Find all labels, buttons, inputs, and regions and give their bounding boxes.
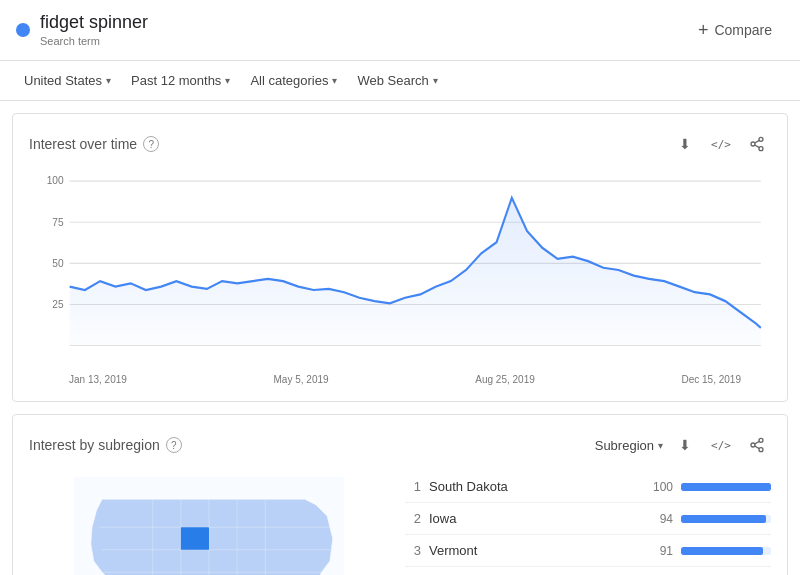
subregion-actions: Subregion ▾ ⬇ </> [595,431,771,459]
rank-bar-container-1 [681,483,771,491]
search-term-type: Search term [40,35,100,47]
rank-number-2: 2 [405,511,421,526]
category-filter[interactable]: All categories ▾ [242,69,345,92]
rank-name-3: Vermont [429,543,637,558]
search-term-title: fidget spinner [40,12,148,33]
x-label-3: Aug 25, 2019 [475,374,535,385]
rank-item: 3 Vermont 91 [405,535,771,567]
share-icon-subregion[interactable] [743,431,771,459]
help-icon-time[interactable]: ? [143,136,159,152]
rank-number-3: 3 [405,543,421,558]
rank-bar-3 [681,547,763,555]
searchtype-label: Web Search [357,73,428,88]
search-dot-icon [16,23,30,37]
subregion-dropdown-label: Subregion [595,438,654,453]
subregion-section: Interest by subregion ? Subregion ▾ ⬇ </… [12,414,788,575]
rank-list: 1 South Dakota 100 2 Iowa 94 3 Vermont 9… [405,471,771,575]
svg-line-4 [755,140,760,143]
compare-button[interactable]: + Compare [686,14,784,47]
download-icon-subregion[interactable]: ⬇ [671,431,699,459]
category-chevron-icon: ▾ [332,75,337,86]
time-chevron-icon: ▾ [225,75,230,86]
interest-chart: 100 75 50 25 [29,170,771,370]
time-label: Past 12 months [131,73,221,88]
rank-item: 1 South Dakota 100 [405,471,771,503]
share-icon-time[interactable] [743,130,771,158]
svg-point-14 [759,438,763,442]
subregion-header: Interest by subregion ? Subregion ▾ ⬇ </… [29,431,771,459]
rank-name-2: Iowa [429,511,637,526]
svg-point-15 [751,443,755,447]
x-label-4: Dec 15, 2019 [681,374,741,385]
embed-icon-subregion[interactable]: </> [707,431,735,459]
chart-area [70,198,761,346]
svg-point-0 [759,137,763,141]
svg-text:100: 100 [47,174,64,187]
svg-text:75: 75 [52,215,63,228]
category-label: All categories [250,73,328,88]
svg-line-17 [755,446,760,449]
filter-bar: United States ▾ Past 12 months ▾ All cat… [0,61,800,101]
svg-point-1 [751,142,755,146]
interest-over-time-section: Interest over time ? ⬇ </> 100 75 [12,113,788,402]
searchtype-filter[interactable]: Web Search ▾ [349,69,445,92]
search-term-block: fidget spinner Search term [16,12,148,48]
section-title-time: Interest over time ? [29,136,159,152]
svg-point-16 [759,448,763,452]
chart-svg: 100 75 50 25 [29,170,771,370]
svg-point-2 [759,147,763,151]
section-header-time: Interest over time ? ⬇ </> [29,130,771,158]
search-term-text: fidget spinner Search term [40,12,148,48]
help-icon-subregion[interactable]: ? [166,437,182,453]
svg-line-3 [755,145,760,148]
rank-bar-container-2 [681,515,771,523]
rank-value-2: 94 [645,512,673,526]
rank-bar-2 [681,515,766,523]
rank-bar-1 [681,483,771,491]
x-label-2: May 5, 2019 [274,374,329,385]
app-header: fidget spinner Search term + Compare [0,0,800,61]
embed-icon-time[interactable]: </> [707,130,735,158]
compare-plus-icon: + [698,20,709,41]
subregion-chevron-icon: ▾ [658,440,663,451]
download-icon-time[interactable]: ⬇ [671,130,699,158]
rank-value-3: 91 [645,544,673,558]
map-svg [39,471,379,575]
svg-text:50: 50 [52,256,63,269]
subregion-body: 1 South Dakota 100 2 Iowa 94 3 Vermont 9… [29,471,771,575]
time-filter[interactable]: Past 12 months ▾ [123,69,238,92]
compare-label: Compare [714,22,772,38]
svg-text:25: 25 [52,297,63,310]
region-chevron-icon: ▾ [106,75,111,86]
subregion-dropdown[interactable]: Subregion ▾ [595,438,663,453]
svg-line-18 [755,441,760,444]
us-map [29,471,389,575]
section-actions-time: ⬇ </> [671,130,771,158]
rank-value-1: 100 [645,480,673,494]
subregion-title: Interest by subregion ? [29,437,182,453]
rank-item: 2 Iowa 94 [405,503,771,535]
rank-number-1: 1 [405,479,421,494]
rank-bar-container-3 [681,547,771,555]
svg-rect-28 [181,527,209,550]
chart-x-labels: Jan 13, 2019 May 5, 2019 Aug 25, 2019 De… [29,370,771,385]
searchtype-chevron-icon: ▾ [433,75,438,86]
region-label: United States [24,73,102,88]
x-label-1: Jan 13, 2019 [69,374,127,385]
region-filter[interactable]: United States ▾ [16,69,119,92]
section-title-label-time: Interest over time [29,136,137,152]
rank-name-1: South Dakota [429,479,637,494]
subregion-title-label: Interest by subregion [29,437,160,453]
